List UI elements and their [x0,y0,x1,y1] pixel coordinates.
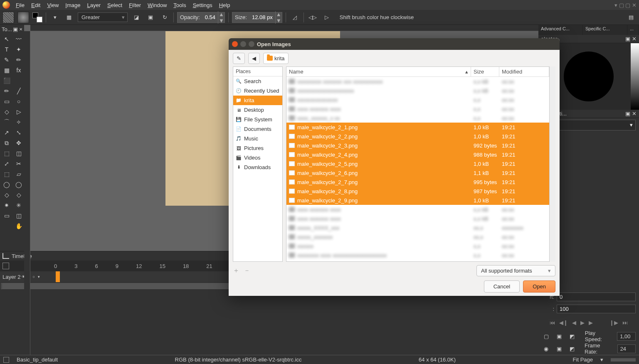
brush-preset-icon[interactable] [2,12,14,23]
brush-preset-alt-icon[interactable] [17,12,29,23]
tool-14[interactable]: ◇ [1,107,12,117]
maximize-icon[interactable] [249,41,254,47]
tool-23[interactable]: ◫ [13,148,25,158]
menu-window[interactable]: Window [144,1,170,10]
tool-17[interactable]: ✧ [13,117,25,127]
status-fit[interactable]: Fit Page [573,357,593,363]
file-row[interactable]: xxxx xxxxxxx xxxxx,xxx:xx [286,104,549,113]
place-krita[interactable]: 📁krita [233,96,282,105]
tool-26[interactable]: ⬚ [1,169,12,179]
tool-6[interactable]: ▦ [1,65,12,75]
tool-18[interactable]: ↗ [1,128,12,138]
place-pictures[interactable]: 🖼Pictures [233,143,282,153]
menu-view[interactable]: View [44,1,62,10]
tool-34[interactable]: ▭ [1,211,12,221]
dropdown-caret-icon[interactable]: ▾ [49,12,60,23]
tool-30[interactable]: ◇ [1,190,12,200]
file-row[interactable]: xxxx_xxxxxx_x xxx,xxx:xx [286,113,549,123]
tool-20[interactable]: ⧉ [1,138,12,148]
dock-tabs[interactable]: Advanced C... Specific C... ... [538,25,639,35]
tab-specific-color[interactable]: Specific C... [583,25,627,35]
menu-select[interactable]: Select [104,1,126,10]
menu-settings[interactable]: Settings [190,1,216,10]
file-row[interactable]: xxxxxxxxxxxxxxxxxxxxxx,x kBxx:xx [286,86,549,95]
color-swatch[interactable] [32,12,42,22]
opacity-spinner[interactable]: Opacity: 0.54 ▲▼ [177,12,225,23]
tab-more[interactable]: ... [627,25,639,35]
tool-8[interactable]: ⬛ [1,76,12,86]
file-row[interactable]: male_walkcycle_2_1.png1,0 kB19:21 [286,123,549,132]
file-row[interactable]: xxxxx_XXXX_xxxxx,xxxxxxxxx [286,223,549,232]
tool-11[interactable]: ╱ [13,86,25,96]
file-row[interactable]: male_walkcycle_2_8.png987 bytes19:21 [286,187,549,196]
open-button[interactable]: Open [523,280,555,293]
menu-filter[interactable]: Filter [126,1,144,10]
tool-27[interactable]: ▱ [13,169,25,179]
tool-29[interactable]: ◯ [13,180,25,189]
tool-35[interactable]: ◫ [13,211,25,221]
tool-28[interactable]: ◯ [1,180,12,189]
workspace-icon[interactable]: ▤ [626,12,637,23]
play-speed-field[interactable]: 1,00 [617,332,636,341]
tool-4[interactable]: ✎ [1,55,12,65]
place-videos[interactable]: 🎬Videos [233,153,282,162]
remove-bookmark-icon[interactable]: － [244,266,250,275]
place-recently-used[interactable]: 🕘Recently Used [233,86,282,96]
mirror-h2-icon[interactable]: ◁▷ [307,12,318,23]
place-music[interactable]: 🎵Music [233,134,282,143]
playhead[interactable] [56,271,60,282]
tool-2[interactable]: T [1,44,12,54]
tool-36[interactable] [1,221,12,231]
window-controls[interactable]: ▾ ▢ ▢ ✕ [614,2,637,8]
tool-33[interactable]: ✳ [13,200,25,210]
mirror-h-icon[interactable]: ◿ [289,12,300,23]
tool-32[interactable]: ✷ [1,200,12,210]
tool-25[interactable]: ✂ [13,159,25,169]
zoom-slider[interactable] [611,358,636,362]
tool-12[interactable]: ▭ [1,96,12,106]
file-row[interactable]: male_walkcycle_2_9.png1,0 kB19:21 [286,196,549,205]
breadcrumb-segment[interactable]: krita [263,53,289,64]
onion-d-icon[interactable]: ◉ [542,344,550,353]
menu-help[interactable]: Help [216,1,234,10]
file-row[interactable]: male_walkcycle_2_5.png1,0 kB19:21 [286,159,549,168]
alpha-lock-icon[interactable]: ▣ [145,12,156,23]
file-row[interactable]: male_walkcycle_2_7.png995 bytes19:21 [286,177,549,187]
file-row[interactable]: xxxx xxxxxxx xxxxx,x kBxx:xx [286,205,549,214]
menu-layer[interactable]: Layer [84,1,104,10]
tool-15[interactable]: ▷ [13,107,25,117]
file-row[interactable]: xxxxxxxx xxxx xxxxxxxxxxxxxxxxxxxxx,xxx:… [286,251,549,260]
menu-file[interactable]: File [12,1,28,10]
file-list-header[interactable]: Name▴ Size Modified [286,67,549,77]
onion-icon[interactable]: ○ [32,275,37,279]
tab-advanced-color[interactable]: Advanced C... [538,25,583,35]
file-row[interactable]: xxxxx_xxxxxxxxx,xxx:xx [286,232,549,241]
file-row[interactable]: xxxxxxx,xxx:xx [286,241,549,251]
path-back-button[interactable]: ◀ [248,53,260,64]
col-name[interactable]: Name▴ [286,67,471,76]
tool-9[interactable] [13,76,25,86]
tool-13[interactable]: ○ [13,96,25,106]
tool-24[interactable]: ⤢ [1,159,12,169]
file-row[interactable]: xxxxxxxxx xxxxxxx xxx xxxxxxxxxxxx,x kBx… [286,77,549,86]
col-size[interactable]: Size [471,67,499,76]
timeline-add-icon[interactable] [2,263,9,269]
file-row[interactable]: xxxxxxxxxxxxxxxx,xxx:xx [286,95,549,104]
alpha-icon[interactable]: ▾ [38,275,42,279]
tool-0[interactable]: ↖ [1,34,12,44]
tool-19[interactable]: ⤡ [13,128,25,138]
zoom-caret-icon[interactable]: ▾ [600,357,603,363]
file-row[interactable]: male_walkcycle_2_2.png1,0 kB19:21 [286,132,549,141]
minimize-icon[interactable] [240,41,246,47]
menu-image[interactable]: Image [62,1,84,10]
file-list-scrollbar[interactable] [550,66,555,262]
tool-10[interactable]: ✏ [1,86,12,96]
tool-5[interactable]: ✏ [13,55,25,65]
grid-icon[interactable]: ▦ [64,12,74,23]
file-row[interactable]: male_walkcycle_2_3.png992 bytes19:21 [286,141,549,150]
place-file-system[interactable]: 💾File System [233,115,282,124]
place-search[interactable]: 🔍Search [233,76,282,86]
tool-7[interactable]: fx [13,65,25,75]
onion-a-icon[interactable]: ▢ [542,332,550,341]
playback-controls[interactable]: ⏮◀❙◀▶▶ ❙▶⏭ [538,315,639,330]
